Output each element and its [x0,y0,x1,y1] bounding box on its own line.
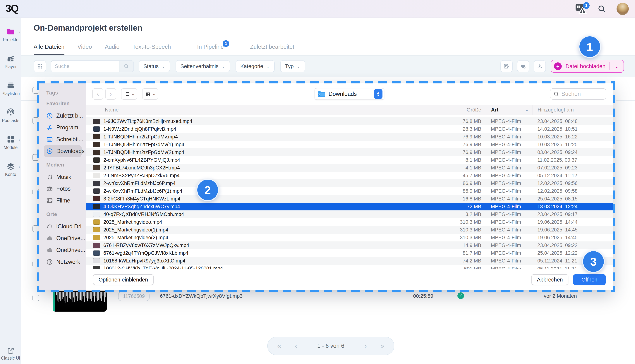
finder-item-downloads[interactable]: Downloads [44,145,82,157]
file-thumbnail [93,119,100,124]
file-row[interactable]: 6761-RBZyV8qwT6X7zMWJpQxv.mp414,9 MBMPEG… [86,242,613,249]
file-row[interactable]: 3-2hG8Ffn3M4yCTqHNKWzL.mp416,8 MBMPEG-4-… [86,195,613,203]
finder-item-filme[interactable]: Filme [44,195,82,206]
file-thumbnail [93,204,100,209]
stepper-icon: ▲▼ [374,89,382,99]
finder-item-zuletzt-b-[interactable]: Zuletzt b... [44,110,82,122]
top-header-bar: 3Q 1 [0,0,635,18]
finder-item-onedrive-[interactable]: OneDrive... [44,244,82,256]
filter-dropdown-typ[interactable]: Typ⌄ [280,60,305,72]
tab-alle-dateien[interactable]: Alle Dateien [34,44,64,55]
file-row[interactable]: 2-LNmBX2PynZRJ9pD7xkV6.mp445,7 MBMPEG-4-… [86,172,613,180]
grid-view-button[interactable] [34,60,46,72]
tab-zuletzt-bearbeitet[interactable]: Zuletzt bearbeitet [250,44,294,55]
file-row[interactable]: 2-wr8xvXhRmFLdMzbfJc6P(1).mp486,9 MBMPEG… [86,187,613,195]
first-page-button[interactable]: « [277,342,281,350]
file-row[interactable]: 2025_Marketingvideo(1).mp4310,3 MBMPEG-4… [86,226,613,234]
finder-item-schreibti-[interactable]: Schreibti... [44,134,82,145]
finder-item-onedrive-[interactable]: OneDrive... [44,232,82,244]
list-view-button[interactable]: ⌄ [121,88,137,100]
tab-video[interactable]: Video [77,44,92,55]
file-thumbnail [93,165,100,170]
sidebar-item-projekte[interactable]: ›Projekte [0,24,21,45]
sidebar-item-konto[interactable]: ›Konto [0,159,21,180]
next-page-button[interactable]: › [364,342,367,350]
file-row[interactable]: 2025_Marketingvideo(2).mp4310,3 MBMPEG-4… [86,234,613,242]
group-view-button[interactable]: ⌄ [142,88,158,100]
sidebar-item-classic-ui[interactable]: Classic UI [0,347,21,361]
chevron-right-icon: › [19,164,20,170]
upload-file-button[interactable]: + Datei hochladen ⌄ [551,60,624,73]
file-row[interactable]: 6761-wgd2q4TYmQpGJWf8xKLb.mp481,7 MBMPEG… [86,249,613,257]
file-row[interactable]: 1-9JC2WvTLtg76K3mBzHjr-muxed.mp476,8 MBM… [86,118,613,125]
tab-audio[interactable]: Audio [105,44,120,55]
tab-in-pipeline[interactable]: In Pipeline1 [197,44,224,55]
asset-filename[interactable]: 6761-dxDYZWkQpTjwrXy8Vfgt.mp3 [160,293,242,299]
file-row[interactable]: 10168-kWLqHrpvR97yg3bxXftC.mp474,2 MBMPE… [86,257,613,265]
file-row[interactable]: 1-TJNBQDfHhmr2tzFpGdMv.mp476,9 MBMPEG-4-… [86,133,613,141]
forward-button[interactable]: › [105,88,116,100]
column-size[interactable]: Größe [453,105,486,115]
location-dropdown[interactable]: Downloads ▲▼ [314,88,384,100]
filter-dropdown-seitenverhältnis[interactable]: Seitenverhältnis⌄ [176,60,230,72]
brand-logo[interactable]: 3Q [6,2,18,14]
file-row[interactable]: 2-cmXypNv6FL4ZBPYGMjQJ.mp48,1 MBMPEG-4-F… [86,156,613,164]
table-row-divider [21,210,37,210]
cancel-button[interactable]: Abbrechen [532,274,568,285]
finder-search-field[interactable] [550,88,606,100]
file-thumbnail [93,266,100,269]
search-input[interactable] [55,63,122,69]
search-field[interactable] [51,60,120,72]
finder-section-title: Medien [46,162,82,168]
file-row[interactable]: 4-QkKHVPXqhgZndcx6WC7y.mp472 MBMPEG-4-Fi… [86,203,613,210]
file-row[interactable]: 40-q7FxQXBd8VRHJNfGMCbh.mp43,2 MBMPEG-4-… [86,210,613,218]
audio-waveform-thumbnail[interactable] [53,291,107,312]
column-type[interactable]: Art⌄ [486,105,532,115]
open-button[interactable]: Öffnen [573,274,606,285]
global-search-icon[interactable] [598,5,606,13]
file-row[interactable]: 2025_Marketingvideo.mp4310,3 MBMPEG-4-Fi… [86,218,613,226]
sidebar-item-podcasts[interactable]: Podcasts [0,105,21,126]
tab-text-to-speech[interactable]: Text-to-Speech [132,44,171,55]
upload-dropdown-chevron[interactable]: ⌄ [613,64,620,69]
finder-item-musik[interactable]: Musik [44,171,82,183]
finder-item-fotos[interactable]: Fotos [44,183,82,195]
file-row[interactable]: 1-TJNBQDfHhmr2tzFpGdMv(2).mp476,9 MBMPEG… [86,148,613,156]
back-button[interactable]: ‹ [92,88,103,100]
filter-dropdown-kategorie[interactable]: Kategorie⌄ [236,60,275,72]
download-icon [46,148,53,154]
row-checkbox[interactable] [32,294,39,301]
sidebar-item-module[interactable]: ›Module [0,132,21,153]
file-row[interactable]: 100012-QHWKb_TdE-VcUjL-2024-11-05-120001… [86,265,613,269]
sidebar-item-player[interactable]: Player [0,51,21,72]
file-thumbnail [93,150,100,155]
file-thumbnail [93,126,100,132]
finder-item-netzwerk[interactable]: Netzwerk [44,256,82,268]
finder-item-icloud-dri-[interactable]: iCloud Dri... [44,220,82,232]
file-row[interactable]: 1-N9Wz2DndfcjQh8FPqkvB.mp428,3 MBMPEG-4-… [86,125,613,133]
file-row[interactable]: 2-fYFBL74xmqMQJh3pCX2H.mp44,1 MBMPEG-4-F… [86,164,613,172]
add-favorite-button[interactable] [517,60,529,72]
finder-item-program-[interactable]: Program... [44,122,82,134]
file-row[interactable]: 1-TJNBQDfHhmr2tzFpGdMv(1).mp476,9 MBMPEG… [86,141,613,148]
finder-toolbar: ‹ › ⌄ ⌄ Downloads ▲▼ [86,83,613,105]
user-avatar[interactable] [616,3,629,15]
show-options-button[interactable]: Optionen einblenden [93,274,154,285]
file-row[interactable]: 2-wr8xvXhRmFLdMzbfJc6P.mp486,9 MBMPEG-4-… [86,180,613,187]
film-icon [46,197,53,204]
annotation-marker-3: 3 [582,250,605,273]
last-page-button[interactable]: » [380,342,384,350]
page-title: On-Demandprojekt erstellen [34,23,142,32]
column-added[interactable]: Hinzugefügt am [532,105,613,115]
sidebar-item-playlisten[interactable]: Playlisten [0,78,21,99]
table-row-divider [21,246,37,246]
search-submit-button[interactable] [120,60,134,72]
edit-metadata-button[interactable] [500,60,512,72]
download-button[interactable] [534,60,546,72]
media-processing-alert-icon[interactable]: 1 [575,4,587,14]
prev-page-button[interactable]: ‹ [295,342,297,350]
column-name[interactable]: Name [86,107,453,113]
layers-icon [6,162,15,170]
filter-dropdown-status[interactable]: Status⌄ [139,60,170,72]
finder-search-input[interactable] [561,91,603,97]
